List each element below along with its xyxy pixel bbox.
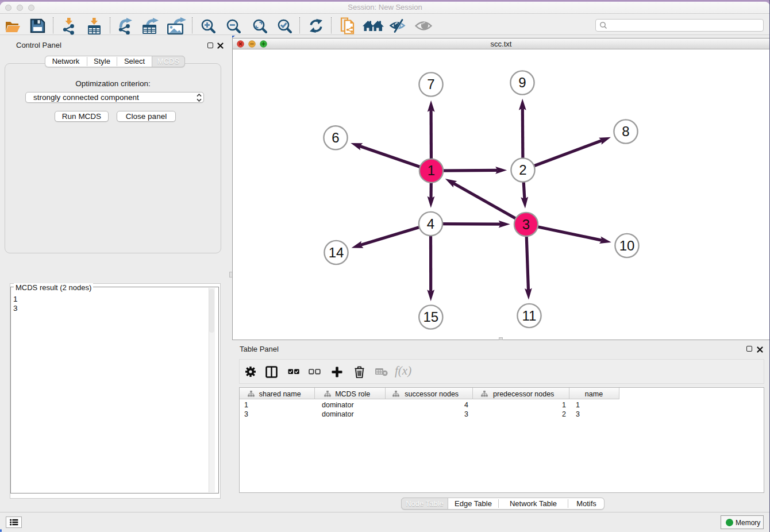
svg-text:2: 2	[519, 162, 526, 178]
svg-text:7: 7	[427, 76, 434, 92]
svg-text:9: 9	[518, 75, 526, 90]
svg-text:10: 10	[619, 238, 635, 253]
svg-text:4: 4	[427, 216, 434, 232]
svg-text:8: 8	[622, 124, 629, 139]
svg-text:11: 11	[522, 308, 537, 323]
svg-text:15: 15	[423, 309, 438, 325]
svg-text:6: 6	[332, 130, 339, 145]
svg-text:1: 1	[428, 163, 435, 178]
svg-text:3: 3	[522, 217, 530, 232]
svg-text:14: 14	[329, 245, 344, 260]
